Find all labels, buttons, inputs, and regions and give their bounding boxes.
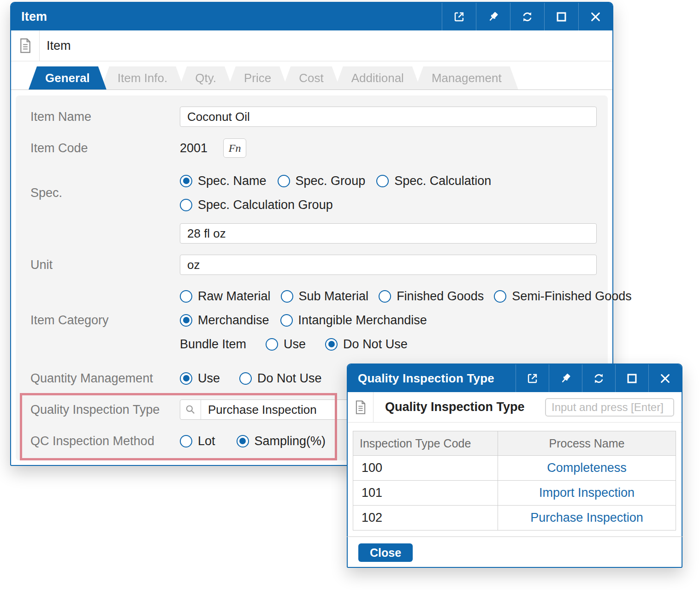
radio-icon[interactable] xyxy=(180,435,192,447)
radio-icon[interactable] xyxy=(278,175,290,187)
document-icon xyxy=(348,392,374,422)
radio-qm-use[interactable]: Use xyxy=(180,371,220,386)
radio-icon[interactable] xyxy=(237,435,249,447)
radio-icon[interactable] xyxy=(379,290,391,303)
radio-icon[interactable] xyxy=(180,290,192,303)
radio-spec-name[interactable]: Spec. Name xyxy=(180,174,267,188)
radio-lot[interactable]: Lot xyxy=(180,434,215,448)
item-name-input[interactable] xyxy=(180,107,597,127)
item-category-label: Item Category xyxy=(30,286,180,354)
inspection-type-table: Inspection Type Code Process Name 100 Co… xyxy=(353,431,676,530)
radio-icon[interactable] xyxy=(494,290,506,303)
radio-icon[interactable] xyxy=(266,338,278,351)
tab-management[interactable]: Management xyxy=(415,66,518,89)
tab-strip: General Item Info. Qty. Price Cost Addit… xyxy=(11,61,612,90)
breadcrumb: Item xyxy=(40,30,71,61)
radio-spec-calculation-group[interactable]: Spec. Calculation Group xyxy=(180,198,333,212)
radio-intangible-merchandise[interactable]: Intangible Merchandise xyxy=(280,313,427,328)
table-row: 101 Import Inspection xyxy=(353,481,676,506)
column-header-process-name: Process Name xyxy=(498,431,676,456)
column-header-inspection-type-code: Inspection Type Code xyxy=(353,431,498,456)
radio-icon[interactable] xyxy=(180,199,192,211)
window-title: Item xyxy=(11,3,442,30)
open-in-new-icon[interactable] xyxy=(442,3,476,30)
unit-label: Unit xyxy=(30,255,180,275)
maximize-icon[interactable] xyxy=(615,364,648,392)
search-icon[interactable] xyxy=(180,400,201,419)
radio-icon[interactable] xyxy=(376,175,389,187)
tab-general[interactable]: General xyxy=(29,66,107,89)
item-window-titlebar: Item xyxy=(11,3,612,30)
process-link-purchase-inspection[interactable]: Purchase Inspection xyxy=(530,511,643,524)
tab-item-info[interactable]: Item Info. xyxy=(101,66,184,89)
radio-bundle-use[interactable]: Use xyxy=(266,337,306,352)
spec-label: Spec. xyxy=(30,171,180,215)
quantity-management-label: Quantity Management xyxy=(30,368,180,388)
radio-qm-do-not-use[interactable]: Do Not Use xyxy=(239,371,322,386)
bundle-item-label: Bundle Item xyxy=(180,337,246,352)
spec-value-input[interactable] xyxy=(180,223,597,244)
tab-cost[interactable]: Cost xyxy=(282,66,340,89)
item-name-label: Item Name xyxy=(30,107,180,127)
breadcrumb-row: Item xyxy=(11,30,612,61)
screen: Item xyxy=(0,0,700,590)
tab-price[interactable]: Price xyxy=(227,66,288,89)
radio-icon[interactable] xyxy=(281,290,293,303)
pin-icon[interactable] xyxy=(476,3,510,30)
dialog-heading: Quality Inspection Type xyxy=(374,392,525,422)
radio-semi-finished-goods[interactable]: Semi-Finished Goods xyxy=(494,289,632,304)
tab-additional[interactable]: Additional xyxy=(335,66,421,89)
radio-spec-calculation[interactable]: Spec. Calculation xyxy=(376,174,491,188)
process-link-import-inspection[interactable]: Import Inspection xyxy=(539,486,635,500)
dialog-title: Quality Inspection Type xyxy=(348,364,516,392)
dialog-search-input[interactable] xyxy=(545,398,674,417)
dialog-titlebar: Quality Inspection Type xyxy=(348,364,682,392)
fn-button[interactable]: Fn xyxy=(223,138,246,158)
table-row: 102 Purchase Inspection xyxy=(353,506,676,530)
radio-spec-group[interactable]: Spec. Group xyxy=(278,174,366,188)
process-link-completeness[interactable]: Completeness xyxy=(547,461,627,475)
close-icon[interactable] xyxy=(578,3,612,30)
close-icon[interactable] xyxy=(648,364,682,392)
radio-icon[interactable] xyxy=(280,314,293,327)
radio-bundle-do-not-use[interactable]: Do Not Use xyxy=(325,337,408,352)
pin-icon[interactable] xyxy=(549,364,582,392)
document-icon xyxy=(11,30,40,61)
refresh-icon[interactable] xyxy=(582,364,615,392)
radio-finished-goods[interactable]: Finished Goods xyxy=(379,289,484,304)
open-in-new-icon[interactable] xyxy=(516,364,549,392)
radio-icon[interactable] xyxy=(180,372,192,385)
quality-inspection-type-label: Quality Inspection Type xyxy=(30,399,180,420)
dialog-header-row: Quality Inspection Type xyxy=(348,392,682,423)
quality-inspection-type-dialog: Quality Inspection Type xyxy=(347,364,682,568)
refresh-icon[interactable] xyxy=(510,3,544,30)
close-button[interactable]: Close xyxy=(358,543,413,562)
radio-icon[interactable] xyxy=(180,314,192,327)
radio-icon[interactable] xyxy=(239,372,252,385)
radio-raw-material[interactable]: Raw Material xyxy=(180,289,271,304)
maximize-icon[interactable] xyxy=(544,3,578,30)
radio-merchandise[interactable]: Merchandise xyxy=(180,313,269,328)
tab-qty[interactable]: Qty. xyxy=(178,66,233,89)
dialog-body: Inspection Type Code Process Name 100 Co… xyxy=(348,423,682,562)
item-code-label: Item Code xyxy=(30,138,180,158)
radio-sampling[interactable]: Sampling(%) xyxy=(237,434,326,448)
table-row: 100 Completeness xyxy=(353,456,676,481)
item-code-value: 2001 xyxy=(180,141,208,155)
radio-sub-material[interactable]: Sub Material xyxy=(281,289,369,304)
unit-input[interactable] xyxy=(180,255,597,275)
radio-icon[interactable] xyxy=(325,338,338,351)
radio-icon[interactable] xyxy=(180,175,192,187)
qc-inspection-method-label: QC Inspection Method xyxy=(30,431,180,451)
